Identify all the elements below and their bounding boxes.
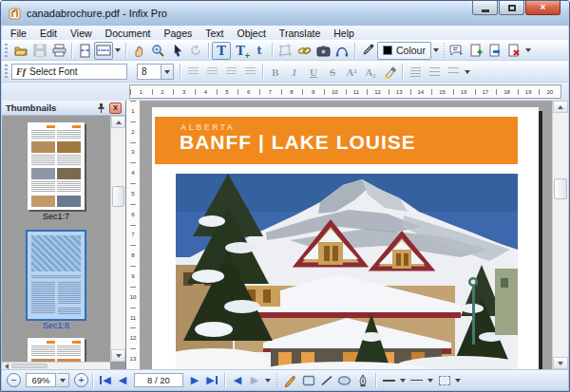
select-tool-button[interactable] xyxy=(167,42,186,60)
import-page-button[interactable] xyxy=(485,42,504,60)
font-size-dropdown[interactable] xyxy=(162,64,174,80)
hyperlink-button[interactable] xyxy=(294,42,314,60)
last-page-icon: ▶ xyxy=(206,374,214,386)
scroll-down-button[interactable] xyxy=(553,357,568,369)
pdf-page[interactable]: ALBERTA BANFF | LAKE LOUISE xyxy=(152,107,539,369)
spacing-dropdown[interactable] xyxy=(463,63,472,81)
scroll-up-button[interactable] xyxy=(553,101,568,113)
draw-tools-dropdown[interactable] xyxy=(453,371,463,389)
scroll-up-button[interactable] xyxy=(111,116,125,128)
document-scrollbar[interactable] xyxy=(552,101,568,369)
menu-pages[interactable]: Pages xyxy=(163,28,200,39)
thumbnail-page-8-selected[interactable]: Sec1:8 xyxy=(28,232,85,330)
nav-dropdown[interactable] xyxy=(263,371,273,389)
align-center-button[interactable] xyxy=(202,63,221,81)
pin-icon[interactable] xyxy=(97,103,105,113)
menu-edit[interactable]: Edit xyxy=(40,28,65,39)
menu-file[interactable]: File xyxy=(10,28,34,39)
pen-tool-button[interactable] xyxy=(353,372,371,388)
add-text-button[interactable]: T+ xyxy=(231,42,250,60)
arrow-style-button[interactable] xyxy=(408,372,426,388)
colour-dropdown[interactable] xyxy=(431,42,441,60)
edit-text-button[interactable]: t xyxy=(250,42,269,60)
thumbnails-hscrollbar[interactable] xyxy=(2,362,110,369)
panel-close-button[interactable]: x xyxy=(109,103,122,114)
strikethrough-button[interactable]: S xyxy=(323,63,342,81)
view-back-button[interactable]: ◀ xyxy=(229,372,246,388)
subscript-button[interactable]: A₂ xyxy=(361,63,380,81)
stroke-style-dropdown[interactable] xyxy=(398,371,408,389)
superscript-button[interactable]: A² xyxy=(342,63,361,81)
new-page-button[interactable] xyxy=(466,42,485,60)
maximize-button[interactable] xyxy=(499,1,524,15)
scrollbar-thumb[interactable] xyxy=(11,364,48,368)
thumbnails-scrollbar[interactable] xyxy=(110,116,125,362)
save-button[interactable] xyxy=(30,42,49,60)
menu-text[interactable]: Text xyxy=(205,28,231,39)
zoom-out-button[interactable]: − xyxy=(7,373,21,387)
menu-object[interactable]: Object xyxy=(238,28,274,39)
line-tool-button[interactable] xyxy=(317,372,335,388)
font-size-field[interactable]: 8 xyxy=(137,64,162,80)
zoom-level-field[interactable]: 69% xyxy=(26,373,56,387)
toolbar-grip[interactable] xyxy=(5,44,8,58)
print-button[interactable] xyxy=(49,42,68,60)
ellipse-tool-button[interactable] xyxy=(335,372,353,388)
last-page-button[interactable]: ▶ xyxy=(203,372,220,388)
document-view[interactable]: ALBERTA BANFF | LAKE LOUISE xyxy=(141,101,568,369)
zoom-in-button[interactable]: + xyxy=(74,373,88,387)
bold-button[interactable]: B xyxy=(266,63,285,81)
highlight-button[interactable] xyxy=(380,63,399,81)
ruler-mark: 2 xyxy=(152,85,174,98)
rectangle-tool-button[interactable] xyxy=(299,372,317,388)
translate-button[interactable] xyxy=(447,42,466,60)
toolbar-grip[interactable] xyxy=(5,65,8,79)
minimize-button[interactable] xyxy=(472,1,498,15)
view-forward-button[interactable]: ▶ xyxy=(246,372,263,388)
menu-view[interactable]: View xyxy=(70,28,100,39)
zoom-tool-button[interactable] xyxy=(148,42,167,60)
open-button[interactable] xyxy=(11,42,30,60)
path-tool-button[interactable] xyxy=(332,42,352,60)
hand-tool-button[interactable] xyxy=(129,42,148,60)
delete-page-button[interactable] xyxy=(504,42,523,60)
fit-width-button[interactable] xyxy=(94,42,113,60)
first-page-button[interactable]: ◀ xyxy=(97,372,114,388)
clip-tool-button[interactable] xyxy=(435,372,453,388)
page-number-field[interactable]: 8 / 20 xyxy=(134,373,183,387)
scrollbar-thumb[interactable] xyxy=(112,186,124,207)
font-name-combo[interactable]: Ff Select Font xyxy=(11,64,127,80)
pencil-tool-button[interactable] xyxy=(281,372,299,388)
underline-button[interactable]: U xyxy=(304,63,323,81)
next-page-button[interactable]: ▶ xyxy=(186,372,203,388)
close-button[interactable]: × xyxy=(525,1,560,15)
zoom-mode-dropdown[interactable] xyxy=(113,42,123,60)
scroll-down-button[interactable] xyxy=(111,349,125,362)
previous-page-button[interactable]: ◀ xyxy=(114,372,131,388)
arrow-style-dropdown[interactable] xyxy=(426,371,435,389)
line-spacing-2-button[interactable] xyxy=(444,63,463,81)
camera-button[interactable] xyxy=(314,42,332,60)
line-spacing-15-button[interactable] xyxy=(425,63,444,81)
align-justify-button[interactable] xyxy=(240,63,259,81)
text-tool-button[interactable]: T xyxy=(212,42,231,60)
align-left-button[interactable] xyxy=(183,63,202,81)
menu-translate[interactable]: Translate xyxy=(279,28,328,39)
align-right-button[interactable] xyxy=(221,63,240,81)
fit-page-button[interactable] xyxy=(75,42,94,60)
thumbnail-page-7[interactable]: Sec1:7 xyxy=(28,122,85,221)
eyedropper-button[interactable] xyxy=(358,42,377,60)
distort-button[interactable] xyxy=(276,42,294,60)
scroll-left-button[interactable] xyxy=(2,363,10,369)
rotate-button[interactable] xyxy=(186,42,205,60)
italic-button[interactable]: I xyxy=(285,63,304,81)
line-spacing-1-button[interactable] xyxy=(406,63,425,81)
thumbnail-page-9[interactable] xyxy=(28,338,85,362)
scrollbar-thumb[interactable] xyxy=(554,178,567,199)
zoom-level-dropdown[interactable] xyxy=(57,373,69,387)
pages-dropdown[interactable] xyxy=(523,42,533,60)
menu-help[interactable]: Help xyxy=(333,28,362,39)
colour-button[interactable]: Colour xyxy=(377,42,431,60)
stroke-style-button[interactable] xyxy=(380,372,398,388)
menu-document[interactable]: Document xyxy=(105,28,159,39)
